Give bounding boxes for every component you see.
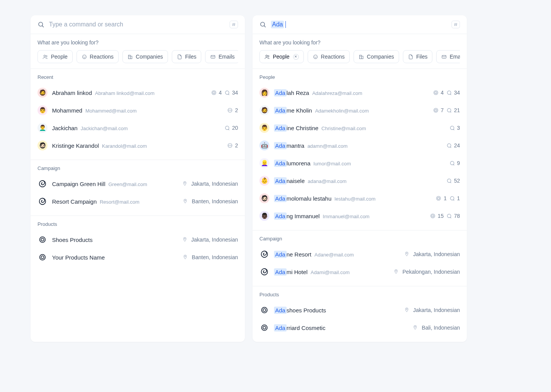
chat-icon: [449, 125, 455, 131]
avatar: 👶: [259, 176, 269, 186]
chat-icon: [224, 90, 230, 96]
list-item[interactable]: Shoes Products Jakarta, Indonesian: [31, 231, 245, 248]
list-item[interactable]: Adami Hotel Adami@mail.com Pekalongan, I…: [253, 263, 467, 281]
filter-chip-companies[interactable]: Companies: [354, 50, 399, 63]
filter-chip-reactions[interactable]: Reactions: [308, 50, 350, 63]
target-icon: [435, 195, 442, 201]
stat-chat: 1: [449, 195, 460, 201]
list-item[interactable]: Adashoes Products Jakarta, Indonesian: [253, 301, 467, 319]
list-item[interactable]: 👨🏿 Adang Immanuel Immanuel@mail.com 1578: [253, 207, 467, 225]
campaign-icon: [259, 267, 269, 277]
list-item[interactable]: 👩 Adalah Reza Adalahreza@mail.com 434: [253, 84, 467, 101]
location: Jakarta, Indonesian: [404, 307, 460, 313]
list-item[interactable]: 👨 Adaine Christine Christine@mail.com 3: [253, 119, 467, 137]
list-item[interactable]: Campaign Green Hill Green@mail.com Jakar…: [31, 175, 245, 193]
pin-icon: [404, 307, 409, 313]
stat-chat: 52: [446, 178, 460, 184]
close-icon[interactable]: ✕: [293, 54, 299, 60]
list-item[interactable]: 👨 Mohammed Mohammed@mail.com 2: [31, 101, 245, 119]
campaign-icon: [37, 179, 47, 189]
list-item[interactable]: 🧔🏻 Adamolomalu lestahu lestahu@mail.com …: [253, 189, 467, 207]
match-highlight: Ada: [274, 89, 287, 96]
filter-label: What are you looking for?: [259, 39, 460, 46]
person-email: adana@mail.com: [308, 178, 346, 184]
person-name: Adame Kholin: [274, 107, 312, 114]
companies-icon: [127, 54, 133, 60]
product-icon: [259, 305, 269, 315]
chip-label: Reactions: [90, 54, 114, 60]
person-email: Christine@mail.com: [321, 126, 366, 131]
stats: 434: [433, 90, 460, 96]
campaign-name: Resort Campaign: [52, 198, 97, 205]
filter-chip-companies[interactable]: Companies: [122, 50, 168, 63]
campaign-email: Adami@mail.com: [311, 270, 350, 275]
filter-chip-people[interactable]: People: [37, 50, 73, 63]
list-item[interactable]: Resort Campaign Resort@mail.com Banten, …: [31, 193, 245, 210]
filter-chip-emails[interactable]: Emails: [436, 50, 460, 63]
list-item[interactable]: Adarriard Cosmetic Bali, Indonesian: [253, 319, 467, 336]
match-highlight: Ada: [274, 307, 287, 314]
filter-chip-emails[interactable]: Emails: [205, 50, 238, 63]
stats: 9: [449, 160, 460, 166]
match-highlight: Ada: [274, 142, 287, 149]
list-item[interactable]: 👶 Adanaisele adana@mail.com 52: [253, 172, 467, 189]
chat-icon: [224, 125, 230, 131]
list-item[interactable]: 🧔 Adame Kholin Adamekholin@mail.com 721: [253, 101, 467, 119]
person-name: Adalumorena: [274, 160, 310, 167]
match-highlight: Ada: [274, 177, 287, 185]
target-icon: [433, 90, 439, 96]
list-item[interactable]: 🤖 Adamantra adamn@mail.com 24: [253, 137, 467, 154]
chip-label: People: [273, 54, 290, 60]
filter-chip-files[interactable]: Files: [172, 50, 202, 63]
section-title: Recent: [31, 74, 245, 84]
match-highlight: Ada: [274, 124, 287, 132]
person-name: Adamolomalu lestahu: [274, 195, 331, 202]
filter-chip-people[interactable]: People ✕: [259, 50, 304, 63]
search-query-highlight: Ada: [271, 21, 284, 28]
stats: 721: [433, 107, 460, 113]
list-item[interactable]: 👨‍🦱 Jackichan Jackichan@mail.com 20: [31, 119, 245, 137]
stats: 24: [446, 142, 460, 149]
campaign-email: Green@mail.com: [108, 181, 147, 187]
pin-icon: [183, 199, 188, 204]
search-icon: [37, 21, 44, 28]
stat-chat: 3: [449, 125, 460, 131]
avatar: 🧔🏻: [259, 193, 269, 203]
stat-code: 2: [227, 142, 238, 149]
section-title: Products: [31, 221, 245, 231]
person-name: Mohammed: [52, 107, 82, 114]
reactions-icon: [82, 54, 87, 60]
person-name: Jackichan: [52, 125, 78, 131]
campaign-name: Campaign Green Hill: [52, 181, 105, 187]
section-title: Products: [253, 292, 467, 301]
list-item[interactable]: Adane Resort Adane@mail.com Jakarta, Ind…: [253, 245, 467, 263]
filter-chip-files[interactable]: Files: [403, 50, 433, 63]
chip-label: People: [51, 54, 68, 60]
stats: 1578: [430, 213, 460, 219]
list-item[interactable]: 🧔 Abraham linkod Abraham linkod@mail.com…: [31, 84, 245, 101]
avatar: 👩: [259, 88, 269, 98]
people-icon: [42, 54, 48, 60]
person-email: adamn@mail.com: [307, 143, 347, 149]
list-item[interactable]: 🧔🏻 Kristinge Karandol Karandol@mail.com …: [31, 137, 245, 154]
avatar: 👨: [37, 105, 47, 115]
person-email: lestahu@mail.com: [334, 196, 375, 202]
stat-chat: 20: [224, 125, 238, 131]
filter-label: What are you looking for?: [37, 39, 238, 46]
product-name: Adarriard Cosmetic: [274, 324, 325, 332]
list-item[interactable]: 👱‍♀️ Adalumorena lumor@mail.com 9: [253, 154, 467, 172]
section-campaign: Campaign Campaign Green Hill Green@mail.…: [31, 160, 245, 216]
search-icon: [259, 21, 266, 28]
stat-chat: 21: [446, 107, 460, 113]
campaign-email: Resort@mail.com: [100, 199, 140, 205]
search-input[interactable]: [49, 21, 230, 28]
location: Jakarta, Indonesian: [182, 237, 238, 243]
campaign-email: Adane@mail.com: [315, 252, 354, 258]
list-item[interactable]: Your Products Name Banten, Indonesian: [31, 248, 245, 266]
filter-chip-reactions[interactable]: Reactions: [77, 50, 119, 63]
chip-label: Emails: [218, 54, 235, 60]
search-input[interactable]: Ada: [271, 21, 452, 28]
person-email: Immanuel@mail.com: [323, 214, 369, 219]
section-title: People: [253, 74, 467, 84]
chat-icon: [446, 90, 452, 96]
